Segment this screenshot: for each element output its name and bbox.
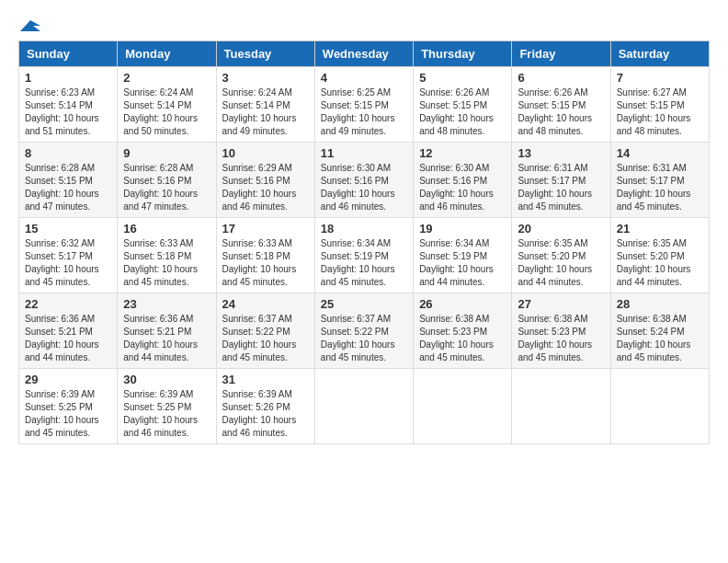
calendar-week-4: 22Sunrise: 6:36 AMSunset: 5:21 PMDayligh…	[19, 293, 710, 369]
day-number: 9	[123, 146, 210, 160]
cell-details: Sunrise: 6:37 AMSunset: 5:22 PMDaylight:…	[321, 313, 407, 364]
calendar-cell: 18Sunrise: 6:34 AMSunset: 5:19 PMDayligh…	[314, 218, 413, 293]
day-number: 1	[25, 71, 111, 85]
calendar-cell: 16Sunrise: 6:33 AMSunset: 5:18 PMDayligh…	[118, 218, 216, 293]
cell-details: Sunrise: 6:37 AMSunset: 5:22 PMDaylight:…	[222, 313, 309, 364]
calendar-cell: 3Sunrise: 6:24 AMSunset: 5:14 PMDaylight…	[216, 67, 314, 143]
svg-marker-0	[20, 20, 40, 31]
weekday-header-monday: Monday	[118, 41, 216, 67]
calendar-cell: 24Sunrise: 6:37 AMSunset: 5:22 PMDayligh…	[216, 293, 314, 369]
calendar-cell: 29Sunrise: 6:39 AMSunset: 5:25 PMDayligh…	[19, 369, 118, 444]
day-number: 25	[321, 297, 407, 311]
cell-details: Sunrise: 6:34 AMSunset: 5:19 PMDaylight:…	[321, 237, 407, 289]
calendar-cell: 12Sunrise: 6:30 AMSunset: 5:16 PMDayligh…	[414, 143, 512, 218]
calendar-cell: 23Sunrise: 6:36 AMSunset: 5:21 PMDayligh…	[118, 293, 216, 369]
day-number: 24	[222, 297, 309, 311]
calendar-cell: 21Sunrise: 6:35 AMSunset: 5:20 PMDayligh…	[610, 218, 709, 293]
cell-details: Sunrise: 6:28 AMSunset: 5:15 PMDaylight:…	[25, 162, 111, 213]
day-number: 15	[25, 222, 111, 236]
cell-details: Sunrise: 6:31 AMSunset: 5:17 PMDaylight:…	[518, 162, 604, 213]
cell-details: Sunrise: 6:36 AMSunset: 5:21 PMDaylight:…	[123, 313, 210, 364]
calendar-cell: 9Sunrise: 6:28 AMSunset: 5:16 PMDaylight…	[118, 143, 216, 218]
cell-details: Sunrise: 6:31 AMSunset: 5:17 PMDaylight:…	[617, 162, 703, 213]
day-number: 29	[25, 373, 111, 386]
header	[18, 18, 710, 31]
cell-details: Sunrise: 6:35 AMSunset: 5:20 PMDaylight:…	[617, 237, 703, 289]
cell-details: Sunrise: 6:26 AMSunset: 5:15 PMDaylight:…	[419, 86, 506, 138]
weekday-header-friday: Friday	[512, 41, 610, 67]
calendar-cell	[610, 369, 709, 444]
calendar-cell: 2Sunrise: 6:24 AMSunset: 5:14 PMDaylight…	[118, 67, 216, 143]
day-number: 22	[25, 297, 111, 311]
day-number: 23	[123, 297, 210, 311]
calendar-cell: 8Sunrise: 6:28 AMSunset: 5:15 PMDaylight…	[19, 143, 118, 218]
cell-details: Sunrise: 6:24 AMSunset: 5:14 PMDaylight:…	[123, 86, 210, 138]
calendar-cell: 26Sunrise: 6:38 AMSunset: 5:23 PMDayligh…	[414, 293, 512, 369]
calendar-cell: 27Sunrise: 6:38 AMSunset: 5:23 PMDayligh…	[512, 293, 610, 369]
day-number: 28	[617, 297, 703, 311]
day-number: 4	[321, 71, 407, 85]
cell-details: Sunrise: 6:29 AMSunset: 5:16 PMDaylight:…	[222, 162, 309, 213]
calendar-cell: 25Sunrise: 6:37 AMSunset: 5:22 PMDayligh…	[314, 293, 413, 369]
day-number: 6	[518, 71, 604, 85]
weekday-header-tuesday: Tuesday	[216, 41, 314, 67]
calendar-cell: 7Sunrise: 6:27 AMSunset: 5:15 PMDaylight…	[610, 67, 709, 143]
calendar-week-5: 29Sunrise: 6:39 AMSunset: 5:25 PMDayligh…	[19, 369, 710, 444]
cell-details: Sunrise: 6:25 AMSunset: 5:15 PMDaylight:…	[321, 86, 407, 138]
cell-details: Sunrise: 6:38 AMSunset: 5:24 PMDaylight:…	[617, 313, 703, 364]
cell-details: Sunrise: 6:34 AMSunset: 5:19 PMDaylight:…	[419, 237, 506, 289]
cell-details: Sunrise: 6:33 AMSunset: 5:18 PMDaylight:…	[222, 237, 309, 289]
day-number: 11	[321, 146, 407, 160]
day-number: 20	[518, 222, 604, 236]
calendar-cell: 30Sunrise: 6:39 AMSunset: 5:25 PMDayligh…	[118, 369, 216, 444]
calendar-cell: 28Sunrise: 6:38 AMSunset: 5:24 PMDayligh…	[610, 293, 709, 369]
cell-details: Sunrise: 6:28 AMSunset: 5:16 PMDaylight:…	[123, 162, 210, 213]
day-number: 16	[123, 222, 210, 236]
day-number: 10	[222, 146, 309, 160]
cell-details: Sunrise: 6:30 AMSunset: 5:16 PMDaylight:…	[419, 162, 506, 213]
cell-details: Sunrise: 6:36 AMSunset: 5:21 PMDaylight:…	[25, 313, 111, 364]
day-number: 7	[617, 71, 703, 85]
calendar-week-3: 15Sunrise: 6:32 AMSunset: 5:17 PMDayligh…	[19, 218, 710, 293]
calendar-cell: 15Sunrise: 6:32 AMSunset: 5:17 PMDayligh…	[19, 218, 118, 293]
day-number: 12	[419, 146, 506, 160]
cell-details: Sunrise: 6:39 AMSunset: 5:25 PMDaylight:…	[123, 388, 210, 440]
day-number: 17	[222, 222, 309, 236]
calendar-week-2: 8Sunrise: 6:28 AMSunset: 5:15 PMDaylight…	[19, 143, 710, 218]
day-number: 31	[222, 373, 309, 386]
calendar-cell: 31Sunrise: 6:39 AMSunset: 5:26 PMDayligh…	[216, 369, 314, 444]
cell-details: Sunrise: 6:24 AMSunset: 5:14 PMDaylight:…	[222, 86, 309, 138]
day-number: 18	[321, 222, 407, 236]
cell-details: Sunrise: 6:32 AMSunset: 5:17 PMDaylight:…	[25, 237, 111, 289]
calendar-cell: 17Sunrise: 6:33 AMSunset: 5:18 PMDayligh…	[216, 218, 314, 293]
calendar-cell: 4Sunrise: 6:25 AMSunset: 5:15 PMDaylight…	[314, 67, 413, 143]
calendar-header-row: SundayMondayTuesdayWednesdayThursdayFrid…	[19, 41, 710, 67]
cell-details: Sunrise: 6:39 AMSunset: 5:25 PMDaylight:…	[25, 388, 111, 440]
calendar-cell	[414, 369, 512, 444]
calendar-week-1: 1Sunrise: 6:23 AMSunset: 5:14 PMDaylight…	[19, 67, 710, 143]
cell-details: Sunrise: 6:30 AMSunset: 5:16 PMDaylight:…	[321, 162, 407, 213]
cell-details: Sunrise: 6:35 AMSunset: 5:20 PMDaylight:…	[518, 237, 604, 289]
calendar-cell: 14Sunrise: 6:31 AMSunset: 5:17 PMDayligh…	[610, 143, 709, 218]
day-number: 5	[419, 71, 506, 85]
calendar-cell: 19Sunrise: 6:34 AMSunset: 5:19 PMDayligh…	[414, 218, 512, 293]
calendar-cell: 5Sunrise: 6:26 AMSunset: 5:15 PMDaylight…	[414, 67, 512, 143]
cell-details: Sunrise: 6:38 AMSunset: 5:23 PMDaylight:…	[518, 313, 604, 364]
calendar-cell: 1Sunrise: 6:23 AMSunset: 5:14 PMDaylight…	[19, 67, 118, 143]
day-number: 3	[222, 71, 309, 85]
calendar-cell: 11Sunrise: 6:30 AMSunset: 5:16 PMDayligh…	[314, 143, 413, 218]
weekday-header-sunday: Sunday	[19, 41, 118, 67]
calendar-cell: 22Sunrise: 6:36 AMSunset: 5:21 PMDayligh…	[19, 293, 118, 369]
weekday-header-wednesday: Wednesday	[314, 41, 413, 67]
cell-details: Sunrise: 6:27 AMSunset: 5:15 PMDaylight:…	[617, 86, 703, 138]
cell-details: Sunrise: 6:33 AMSunset: 5:18 PMDaylight:…	[123, 237, 210, 289]
weekday-header-saturday: Saturday	[610, 41, 709, 67]
logo	[18, 18, 40, 31]
day-number: 27	[518, 297, 604, 311]
day-number: 30	[123, 373, 210, 386]
calendar-cell	[314, 369, 413, 444]
weekday-header-thursday: Thursday	[414, 41, 512, 67]
day-number: 13	[518, 146, 604, 160]
day-number: 8	[25, 146, 111, 160]
calendar-cell: 20Sunrise: 6:35 AMSunset: 5:20 PMDayligh…	[512, 218, 610, 293]
